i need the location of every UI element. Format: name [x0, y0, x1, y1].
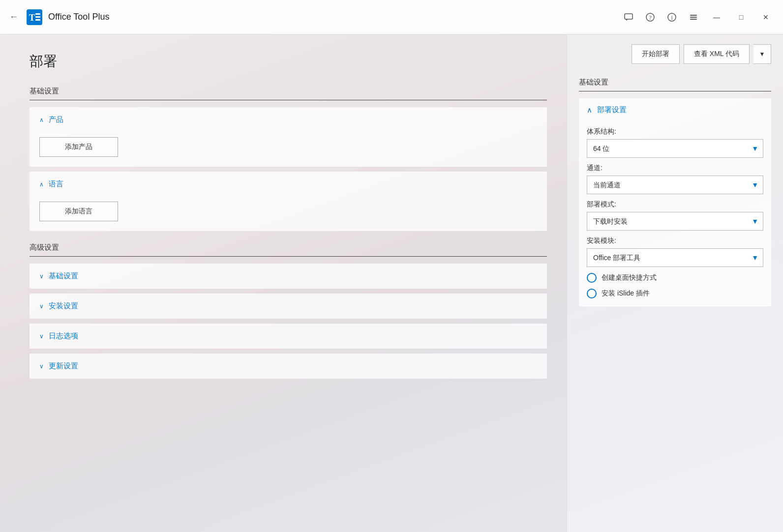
- maximize-button[interactable]: □: [730, 7, 753, 27]
- svg-rect-11: [690, 17, 697, 18]
- svg-rect-3: [35, 16, 40, 18]
- content-area: 部署 基础设置 ∧ 产品 添加产品 ∧ 语言 添加语: [0, 34, 783, 532]
- product-section-body: 添加产品: [30, 132, 547, 167]
- advanced-basic-chevron-icon: ∨: [39, 273, 44, 280]
- update-settings-header[interactable]: ∨ 更新设置: [30, 354, 547, 379]
- svg-text:i: i: [671, 14, 673, 21]
- install-module-select-wrapper: Office 部署工具 Office Tool Plus ▼: [587, 248, 763, 267]
- deploy-settings-header[interactable]: ∧ 部署设置: [579, 98, 771, 121]
- advanced-basic-header[interactable]: ∨ 基础设置: [30, 264, 547, 289]
- svg-text:?: ?: [649, 14, 652, 21]
- start-deploy-button[interactable]: 开始部署: [632, 44, 680, 64]
- channel-label: 通道:: [587, 164, 763, 173]
- xml-arrow-button[interactable]: ▼: [753, 44, 771, 64]
- page-title: 部署: [30, 52, 547, 71]
- right-panel: 开始部署 查看 XML 代码 ▼ 基础设置 ∧ 部署设置 体系结构: 32 位: [567, 34, 783, 532]
- create-shortcut-label: 创建桌面快捷方式: [602, 273, 657, 282]
- install-islide-checkbox[interactable]: 安装 iSlide 插件: [587, 289, 763, 298]
- basic-settings-header: 基础设置: [30, 87, 547, 100]
- right-header-actions: 开始部署 查看 XML 代码 ▼: [579, 44, 771, 64]
- create-shortcut-check-icon: [587, 273, 597, 283]
- install-module-label: 安装模块:: [587, 236, 763, 245]
- install-settings-label: 安装设置: [49, 301, 78, 311]
- deploy-settings-chevron-icon: ∧: [587, 106, 592, 115]
- channel-select[interactable]: 当前通道 月度企业版通道 半年企业版通道: [587, 176, 763, 194]
- log-options-header[interactable]: ∨ 日志选项: [30, 324, 547, 349]
- view-xml-button[interactable]: 查看 XML 代码: [684, 44, 750, 64]
- language-section-body: 添加语言: [30, 197, 547, 231]
- update-settings-label: 更新设置: [49, 361, 78, 371]
- svg-rect-2: [35, 13, 40, 15]
- deploy-mode-select[interactable]: 下载时安装 仅下载 仅安装: [587, 212, 763, 231]
- svg-text:T: T: [29, 13, 35, 23]
- close-button[interactable]: ✕: [754, 7, 777, 27]
- update-settings-section: ∨ 更新设置: [30, 354, 547, 379]
- install-settings-header[interactable]: ∨ 安装设置: [30, 294, 547, 319]
- language-chevron-icon: ∧: [39, 181, 44, 188]
- svg-rect-4: [35, 19, 40, 21]
- install-module-select[interactable]: Office 部署工具 Office Tool Plus: [587, 248, 763, 267]
- info-icon[interactable]: i: [662, 7, 682, 27]
- log-options-section: ∨ 日志选项: [30, 324, 547, 349]
- app-title: Office Tool Plus: [48, 12, 619, 22]
- deploy-mode-select-wrapper: 下载时安装 仅下载 仅安装 ▼: [587, 212, 763, 231]
- back-button[interactable]: ←: [6, 9, 22, 25]
- product-section: ∧ 产品 添加产品: [30, 107, 547, 167]
- minimize-button[interactable]: —: [705, 7, 728, 27]
- install-settings-chevron-icon: ∨: [39, 303, 44, 310]
- menu-icon[interactable]: [684, 7, 703, 27]
- log-options-label: 日志选项: [49, 331, 78, 341]
- architecture-label: 体系结构:: [587, 127, 763, 136]
- update-settings-chevron-icon: ∨: [39, 363, 44, 370]
- main-window: ← T Office Tool Plus ?: [0, 0, 783, 532]
- svg-rect-12: [690, 19, 697, 20]
- language-section-label: 语言: [49, 179, 63, 189]
- svg-rect-10: [690, 15, 697, 16]
- left-panel: 部署 基础设置 ∧ 产品 添加产品 ∧ 语言 添加语: [0, 34, 567, 532]
- help-icon[interactable]: ?: [640, 7, 660, 27]
- product-section-header[interactable]: ∧ 产品: [30, 107, 547, 132]
- chat-icon[interactable]: [619, 7, 638, 27]
- advanced-basic-label: 基础设置: [49, 271, 78, 281]
- advanced-settings-area: 高级设置 ∨ 基础设置 ∨ 安装设置 ∨ 日志选项: [30, 243, 547, 379]
- architecture-select[interactable]: 32 位 64 位: [587, 139, 763, 158]
- language-section-header[interactable]: ∧ 语言: [30, 172, 547, 197]
- install-settings-section: ∨ 安装设置: [30, 294, 547, 319]
- product-chevron-icon: ∧: [39, 117, 44, 123]
- advanced-settings-header: 高级设置: [30, 243, 547, 257]
- create-shortcut-checkbox[interactable]: 创建桌面快捷方式: [587, 273, 763, 283]
- titlebar-action-area: ? i — □ ✕: [619, 7, 777, 27]
- architecture-select-wrapper: 32 位 64 位 ▼: [587, 139, 763, 158]
- install-islide-label: 安装 iSlide 插件: [602, 289, 650, 298]
- advanced-basic-section: ∨ 基础设置: [30, 264, 547, 289]
- channel-select-wrapper: 当前通道 月度企业版通道 半年企业版通道 ▼: [587, 176, 763, 194]
- deploy-mode-label: 部署模式:: [587, 200, 763, 209]
- titlebar: ← T Office Tool Plus ?: [0, 0, 783, 34]
- install-islide-check-icon: [587, 289, 597, 298]
- deploy-settings-section: ∧ 部署设置 体系结构: 32 位 64 位 ▼ 通道:: [579, 98, 771, 306]
- app-logo: T: [26, 8, 43, 26]
- deploy-settings-body: 体系结构: 32 位 64 位 ▼ 通道: 当前通道 月度企业版通道: [579, 121, 771, 306]
- deploy-settings-label: 部署设置: [597, 105, 627, 115]
- right-basic-settings-header: 基础设置: [579, 78, 771, 91]
- log-options-chevron-icon: ∨: [39, 333, 44, 340]
- svg-rect-5: [625, 14, 632, 19]
- add-language-button[interactable]: 添加语言: [39, 202, 118, 221]
- add-product-button[interactable]: 添加产品: [39, 137, 118, 157]
- language-section: ∧ 语言 添加语言: [30, 172, 547, 231]
- product-section-label: 产品: [49, 115, 63, 124]
